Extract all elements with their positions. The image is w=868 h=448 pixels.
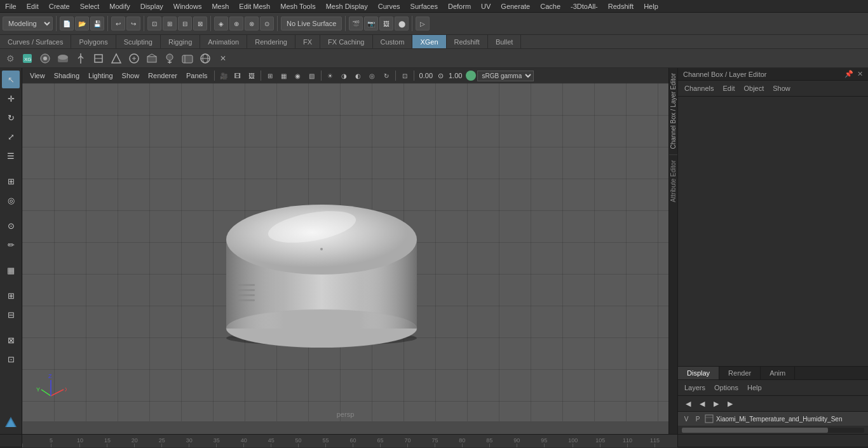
vp-icon-textured[interactable]: ▧ [306,70,318,81]
help-menu[interactable]: Help [745,383,764,393]
vp-icon-camera[interactable]: 🎥 [217,70,230,81]
vp-icon-motion[interactable]: ↻ [380,70,393,81]
layer-scrollbar[interactable] [682,428,864,433]
tab-custom[interactable]: Custom [373,35,413,48]
tab-channels[interactable]: Channels [682,83,716,93]
shelf-gear-icon[interactable]: ⚙ [3,51,18,66]
viewport[interactable]: View Shading Lighting Show Renderer Pane… [22,68,668,434]
shelf-btn-9[interactable] [161,50,178,67]
transform-btn4[interactable]: ⊠ [193,17,207,31]
vp-icon-wire[interactable]: ▦ [278,70,290,81]
menu-redshift[interactable]: Redshift [603,1,639,11]
menu-edit-mesh[interactable]: Edit Mesh [234,1,275,11]
layer-tab-anim[interactable]: Anim [761,367,795,379]
extra-btn1[interactable]: ▷ [416,17,430,31]
snap-btn4[interactable]: ⊙ [260,17,274,31]
shelf-btn-2[interactable] [37,50,53,67]
rotate-tool[interactable]: ↻ [2,109,20,126]
shelf-btn-7[interactable] [126,50,142,67]
shelf-btn-1[interactable]: XG [19,50,36,67]
attribute-editor-tab[interactable]: Attribute Editor [669,155,677,207]
layer-scroll-thumb[interactable] [682,428,828,433]
menu-windows[interactable]: Windows [168,1,207,11]
quick-layout2[interactable]: ⊟ [2,306,20,323]
snap-btn1[interactable]: ◈ [214,17,228,31]
shelf-btn-10[interactable] [179,50,196,67]
transform-tool[interactable]: ☰ [2,147,20,165]
shelf-btn-8[interactable] [144,50,160,67]
paint-tool[interactable]: ✏ [2,236,20,254]
menu-mesh[interactable]: Mesh [207,1,234,11]
shelf-tool1[interactable]: ⊠ [2,331,20,349]
menu-create[interactable]: Create [44,1,75,11]
menu-cache[interactable]: Cache [535,1,566,11]
tab-ch-object[interactable]: Object [741,83,766,93]
shelf-btn-6[interactable] [108,50,125,67]
tab-rigging[interactable]: Rigging [161,35,200,48]
view-menu[interactable]: View [26,71,49,81]
tab-rendering[interactable]: Rendering [247,35,295,48]
new-scene-button[interactable]: 📄 [60,17,74,31]
redo-button[interactable]: ↪ [126,17,140,31]
panel-close-icon[interactable]: ✕ [857,70,863,78]
quick-layout1[interactable]: ⊞ [2,287,20,304]
tab-animation[interactable]: Animation [200,35,247,48]
panels-menu[interactable]: Panels [182,71,212,81]
menu-3dto[interactable]: -3DtoAll- [566,1,603,11]
show-menu[interactable]: Show [118,71,144,81]
tab-sculpting[interactable]: Sculpting [116,35,161,48]
transform-btn2[interactable]: ⊞ [163,17,177,31]
tab-redshift[interactable]: Redshift [447,35,488,48]
tab-bullet[interactable]: Bullet [488,35,522,48]
lighting-menu[interactable]: Lighting [85,71,117,81]
vp-icon-light[interactable]: ☀ [324,70,337,81]
menu-surfaces[interactable]: Surfaces [405,1,443,11]
menu-curves[interactable]: Curves [373,1,405,11]
shelf-btn-4[interactable] [72,50,89,67]
shelf-btn-12[interactable]: ✕ [215,50,231,67]
render-btn2[interactable]: 📷 [364,17,378,31]
layer-tab-display[interactable]: Display [678,367,719,379]
gamma-color-swatch[interactable] [466,71,476,81]
layer-visible-p[interactable]: P [693,414,702,423]
layer-back2-btn[interactable]: ◀ [696,398,709,409]
menu-select[interactable]: Select [75,1,105,11]
vp-icon-grid[interactable]: ⊞ [264,70,276,81]
scale-tool[interactable]: ⤢ [2,128,20,146]
menu-uv[interactable]: UV [476,1,496,11]
vp-icon-snap[interactable]: ⊡ [398,70,411,81]
tab-fx[interactable]: FX [295,35,320,48]
tab-ch-edit[interactable]: Edit [720,83,737,93]
layer-fwd2-btn[interactable]: ▶ [724,398,736,409]
menu-generate[interactable]: Generate [496,1,535,11]
menu-file[interactable]: File [0,1,22,11]
vp-icon-shadow[interactable]: ◐ [352,70,365,81]
channel-box-tab[interactable]: Channel Box / Layer Editor [669,68,677,154]
snap-tool[interactable]: ⊞ [2,172,20,190]
tab-polygons[interactable]: Polygons [71,35,116,48]
tab-ch-show[interactable]: Show [770,83,793,93]
layer-row[interactable]: V P Xiaomi_Mi_Temperature_and_Humidity_S… [678,412,868,426]
live-surface-button[interactable]: No Live Surface [281,17,342,31]
menu-mesh-display[interactable]: Mesh Display [321,1,373,11]
layer-tab-render[interactable]: Render [719,367,761,379]
select-tool[interactable]: ↖ [2,71,20,88]
timeline-ruler[interactable]: 5101520253035404550556065707580859095100… [22,435,677,447]
undo-button[interactable]: ↩ [111,17,125,31]
menu-deform[interactable]: Deform [443,1,476,11]
open-scene-button[interactable]: 📂 [75,17,89,31]
shelf-btn-11[interactable] [197,50,214,67]
options-menu[interactable]: Options [712,383,741,393]
component-mode[interactable]: ▦ [2,261,20,279]
color-space-select[interactable]: sRGB gamma [477,71,534,81]
shelf-btn-3[interactable] [55,50,71,67]
vp-icon-ao[interactable]: ◑ [338,70,351,81]
layer-visible-v[interactable]: V [682,414,691,423]
tab-xgen[interactable]: XGen [412,35,446,48]
vp-icon-shaded[interactable]: ◉ [292,70,304,81]
layer-back-btn[interactable]: ◀ [682,398,695,409]
tab-curves-surfaces[interactable]: Curves / Surfaces [0,35,71,48]
vp-icon-img[interactable]: 🖼 [245,70,258,81]
render-btn4[interactable]: ⬤ [395,17,409,31]
menu-modify[interactable]: Modify [104,1,135,11]
